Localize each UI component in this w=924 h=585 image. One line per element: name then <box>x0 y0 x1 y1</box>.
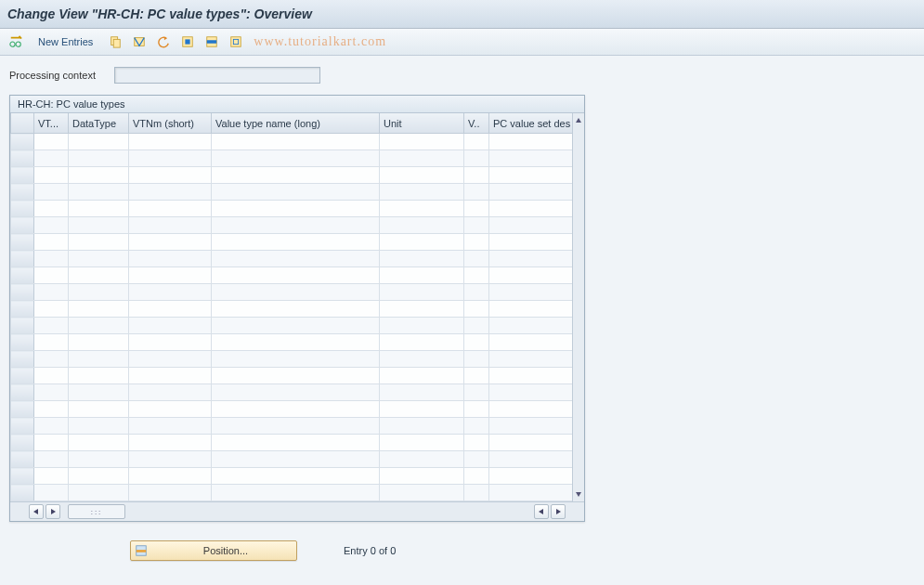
cell-vt[interactable] <box>34 284 69 301</box>
cell-v[interactable] <box>464 217 489 234</box>
position-button[interactable]: Position... <box>130 540 297 561</box>
cell-vtnm_long[interactable] <box>212 201 380 217</box>
cell-vt[interactable] <box>34 418 69 435</box>
row-selector[interactable] <box>11 384 34 401</box>
cell-vtnm_short[interactable] <box>129 167 212 184</box>
cell-vtnm_short[interactable] <box>129 485 212 501</box>
column-header-v[interactable]: V.. <box>464 113 489 134</box>
cell-pc_set[interactable] <box>489 134 573 150</box>
row-selector[interactable] <box>11 468 34 485</box>
cell-pc_set[interactable] <box>489 468 573 485</box>
cell-v[interactable] <box>464 251 489 267</box>
cell-vt[interactable] <box>34 201 69 217</box>
table-row[interactable] <box>11 418 573 435</box>
cell-v[interactable] <box>464 134 489 150</box>
cell-datatype[interactable] <box>69 318 129 334</box>
cell-vtnm_short[interactable] <box>129 234 212 251</box>
cell-datatype[interactable] <box>69 201 129 217</box>
cell-vt[interactable] <box>34 251 69 267</box>
row-selector[interactable] <box>11 485 34 501</box>
cell-unit[interactable] <box>380 318 464 334</box>
table-row[interactable] <box>11 451 573 468</box>
row-selector[interactable] <box>11 334 34 351</box>
table-row[interactable] <box>11 267 573 284</box>
cell-vt[interactable] <box>34 318 69 334</box>
row-selector[interactable] <box>11 267 34 284</box>
cell-datatype[interactable] <box>69 150 129 167</box>
table-row[interactable] <box>11 301 573 318</box>
cell-datatype[interactable] <box>69 351 129 368</box>
cell-vtnm_short[interactable] <box>129 284 212 301</box>
cell-v[interactable] <box>464 267 489 284</box>
cell-v[interactable] <box>464 485 489 501</box>
cell-datatype[interactable] <box>69 134 129 150</box>
cell-vtnm_long[interactable] <box>212 184 380 201</box>
cell-pc_set[interactable] <box>489 384 573 401</box>
row-selector-header[interactable] <box>11 113 34 134</box>
row-selector[interactable] <box>11 451 34 468</box>
select-block-button[interactable] <box>202 32 222 52</box>
cell-unit[interactable] <box>380 334 464 351</box>
table-row[interactable] <box>11 435 573 451</box>
scroll-down-button[interactable] <box>573 488 584 500</box>
deselect-all-button[interactable] <box>226 32 246 52</box>
cell-vt[interactable] <box>34 451 69 468</box>
cell-vtnm_long[interactable] <box>212 217 380 234</box>
cell-v[interactable] <box>464 418 489 435</box>
cell-pc_set[interactable] <box>489 485 573 501</box>
cell-v[interactable] <box>464 301 489 318</box>
cell-datatype[interactable] <box>69 368 129 384</box>
cell-unit[interactable] <box>380 251 464 267</box>
cell-unit[interactable] <box>380 351 464 368</box>
cell-v[interactable] <box>464 384 489 401</box>
scroll-left-button-2[interactable] <box>534 504 549 519</box>
scroll-up-button[interactable] <box>573 115 584 126</box>
table-row[interactable] <box>11 201 573 217</box>
cell-vtnm_short[interactable] <box>129 351 212 368</box>
row-selector[interactable] <box>11 401 34 418</box>
cell-vtnm_long[interactable] <box>212 384 380 401</box>
cell-vtnm_short[interactable] <box>129 418 212 435</box>
cell-vt[interactable] <box>34 384 69 401</box>
cell-pc_set[interactable] <box>489 167 573 184</box>
column-header-vtnm_long[interactable]: Value type name (long) <box>212 113 380 134</box>
cell-unit[interactable] <box>380 267 464 284</box>
cell-datatype[interactable] <box>69 234 129 251</box>
cell-datatype[interactable] <box>69 217 129 234</box>
cell-datatype[interactable] <box>69 485 129 501</box>
cell-vtnm_long[interactable] <box>212 485 380 501</box>
cell-datatype[interactable] <box>69 267 129 284</box>
cell-vtnm_short[interactable] <box>129 251 212 267</box>
copy-as-button[interactable] <box>105 32 125 52</box>
cell-vtnm_long[interactable] <box>212 435 380 451</box>
cell-datatype[interactable] <box>69 334 129 351</box>
table-row[interactable] <box>11 334 573 351</box>
cell-vt[interactable] <box>34 267 69 284</box>
cell-unit[interactable] <box>380 384 464 401</box>
table-row[interactable] <box>11 384 573 401</box>
cell-vtnm_short[interactable] <box>129 301 212 318</box>
cell-unit[interactable] <box>380 485 464 501</box>
cell-vtnm_short[interactable] <box>129 184 212 201</box>
cell-unit[interactable] <box>380 234 464 251</box>
table-row[interactable] <box>11 234 573 251</box>
cell-unit[interactable] <box>380 217 464 234</box>
column-header-datatype[interactable]: DataType <box>69 113 129 134</box>
cell-vtnm_long[interactable] <box>212 468 380 485</box>
row-selector[interactable] <box>11 284 34 301</box>
cell-v[interactable] <box>464 351 489 368</box>
row-selector[interactable] <box>11 150 34 167</box>
row-selector[interactable] <box>11 318 34 334</box>
cell-datatype[interactable] <box>69 468 129 485</box>
select-all-button[interactable] <box>177 32 198 52</box>
table-row[interactable] <box>11 284 573 301</box>
cell-vtnm_long[interactable] <box>212 318 380 334</box>
cell-unit[interactable] <box>380 418 464 435</box>
column-header-vt[interactable]: VT... <box>34 113 69 134</box>
toggle-edit-button[interactable] <box>6 32 26 52</box>
cell-v[interactable] <box>464 234 489 251</box>
cell-vt[interactable] <box>34 301 69 318</box>
cell-vtnm_long[interactable] <box>212 451 380 468</box>
cell-pc_set[interactable] <box>489 435 573 451</box>
cell-vtnm_long[interactable] <box>212 167 380 184</box>
